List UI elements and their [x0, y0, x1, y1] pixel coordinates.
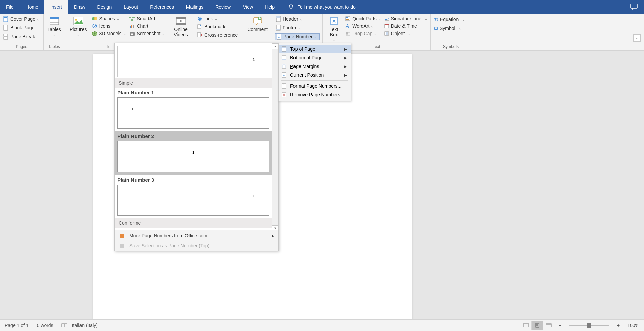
gallery-preview-current[interactable]: 1: [117, 46, 269, 77]
remove-icon: [281, 92, 287, 97]
zoom-out-button[interactable]: −: [554, 321, 566, 330]
chevron-right-icon: ▶: [344, 56, 347, 60]
equation-button[interactable]: πEquation⌵: [433, 16, 465, 23]
gallery-item-cerchio[interactable]: Cerchio: [115, 228, 272, 230]
gallery-scrollbar[interactable]: ▲ ▼: [272, 43, 278, 230]
view-web-layout[interactable]: [543, 321, 554, 330]
tab-draw[interactable]: Draw: [68, 0, 91, 14]
comment-label: Comment: [247, 27, 268, 32]
signature-icon: [384, 16, 389, 21]
zoom-thumb[interactable]: [587, 323, 591, 328]
book-icon[interactable]: [61, 323, 67, 328]
zoom-in-button[interactable]: +: [612, 321, 624, 330]
gallery-item-plain-1[interactable]: Plain Number 1 1: [115, 88, 272, 131]
gallery-preview: 1: [117, 97, 269, 129]
svg-rect-37: [276, 16, 280, 18]
svg-rect-17: [94, 17, 97, 20]
3d-models-label: 3D Models: [99, 31, 122, 36]
pictures-button[interactable]: Pictures⌵: [68, 16, 89, 37]
page-break-button[interactable]: Page Break: [3, 33, 40, 40]
tell-me-search[interactable]: Tell me what you want to do: [288, 4, 356, 10]
view-read-mode[interactable]: [520, 321, 531, 330]
signature-line-button[interactable]: Signature Line⌵: [383, 16, 428, 22]
menu-page-margins[interactable]: Page Margins ▶: [279, 62, 351, 71]
chart-icon: [129, 23, 135, 29]
link-label: Link: [204, 16, 213, 21]
wordart-button[interactable]: AWordArt⌵: [344, 23, 381, 29]
text-box-button[interactable]: A Text Box⌵: [325, 16, 342, 42]
tab-file[interactable]: File: [0, 0, 20, 14]
tab-insert[interactable]: Insert: [44, 0, 68, 14]
cover-page-label: Cover Page: [10, 16, 35, 22]
status-words[interactable]: 0 words: [37, 323, 53, 328]
icons-button[interactable]: Icons: [91, 23, 126, 29]
gallery-item-plain-3[interactable]: Plain Number 3 1: [115, 175, 272, 218]
tab-mailings[interactable]: Mailings: [180, 0, 209, 14]
gallery-item-plain-2[interactable]: Plain Number 2 1: [115, 131, 272, 175]
menu-top-of-page[interactable]: Top of Page ▶: [279, 45, 351, 53]
smartart-button[interactable]: SmartArt: [128, 16, 165, 22]
quick-parts-label: Quick Parts: [352, 16, 376, 21]
cross-reference-button[interactable]: Cross-reference: [196, 32, 238, 38]
menu-remove-page-numbers[interactable]: Remove Page Numbers: [279, 90, 351, 99]
tab-review[interactable]: Review: [209, 0, 237, 14]
menu-tabs-bar: File Home Insert Draw Design Layout Refe…: [0, 0, 644, 14]
menu-current-position[interactable]: # Current Position ▶: [279, 71, 351, 79]
table-icon: [49, 16, 60, 26]
svg-rect-77: [546, 324, 551, 327]
pictures-label: Pictures: [70, 27, 87, 32]
header-button[interactable]: Header⌵: [275, 16, 320, 22]
gallery-footer: More Page Numbers from Office.com ▶ Save…: [115, 230, 278, 251]
menu-bottom-of-page[interactable]: Bottom of Page ▶: [279, 53, 351, 62]
page-number-button[interactable]: #Page Number⌵: [275, 33, 320, 40]
menu-format-page-numbers[interactable]: 1. Format Page Numbers...: [279, 82, 351, 90]
chart-button[interactable]: Chart: [128, 23, 165, 29]
scroll-up-button[interactable]: ▲: [272, 43, 278, 49]
scroll-down-button[interactable]: ▼: [272, 225, 278, 230]
shapes-button[interactable]: Shapes⌵: [91, 16, 126, 22]
tab-references[interactable]: References: [144, 0, 180, 14]
comment-button[interactable]: Comment: [245, 16, 270, 32]
cover-page-button[interactable]: Cover Page⌵: [3, 16, 40, 22]
zoom-slider[interactable]: [569, 325, 609, 326]
tab-view[interactable]: View: [237, 0, 259, 14]
chevron-down-icon: ⌵: [371, 24, 373, 28]
page-number-label: Page Number: [283, 34, 312, 39]
bookmark-icon: [197, 24, 203, 29]
ribbon-expand-button[interactable]: ⌵: [633, 34, 641, 42]
tab-design[interactable]: Design: [91, 0, 118, 14]
online-videos-button[interactable]: Online Videos: [172, 16, 190, 38]
3d-models-button[interactable]: 3D Models⌵: [91, 30, 126, 37]
tables-label: Tables: [47, 27, 61, 32]
gallery-more-from-office[interactable]: More Page Numbers from Office.com ▶: [115, 230, 278, 241]
tab-home[interactable]: Home: [20, 0, 44, 14]
status-page[interactable]: Page 1 of 1: [5, 323, 29, 328]
symbol-button[interactable]: ΩSymbol⌵: [433, 25, 465, 31]
quick-parts-button[interactable]: Quick Parts⌵: [344, 16, 381, 22]
symbol-label: Symbol: [440, 26, 455, 31]
smartart-label: SmartArt: [137, 16, 155, 21]
comments-icon[interactable]: [630, 3, 638, 10]
gallery-item-title: Cerchio: [115, 228, 272, 230]
blank-page-button[interactable]: Blank Page: [3, 24, 40, 31]
drop-cap-button[interactable]: ADrop Cap⌵: [344, 30, 381, 37]
svg-rect-68: [120, 234, 124, 238]
chevron-down-icon: ⌵: [162, 32, 164, 36]
link-button[interactable]: Link⌵: [196, 16, 238, 22]
object-button[interactable]: Object⌵: [383, 30, 428, 37]
view-print-layout[interactable]: [531, 321, 543, 330]
zoom-level[interactable]: 100%: [627, 323, 639, 328]
footer-button[interactable]: Footer⌵: [275, 24, 320, 31]
screenshot-button[interactable]: Screenshot⌵: [128, 30, 165, 37]
date-time-button[interactable]: Date & Time: [383, 23, 428, 29]
bookmark-button[interactable]: Bookmark: [196, 24, 238, 30]
calendar-icon: [384, 23, 389, 29]
svg-text:#: #: [278, 34, 281, 39]
tables-button[interactable]: Tables⌵: [45, 16, 63, 37]
menu-format-label: Format Page Numbers...: [290, 83, 341, 89]
status-language[interactable]: Italian (Italy): [72, 323, 98, 328]
tab-layout[interactable]: Layout: [118, 0, 144, 14]
icons-label: Icons: [99, 23, 110, 29]
tab-help[interactable]: Help: [259, 0, 281, 14]
svg-rect-6: [4, 34, 8, 36]
